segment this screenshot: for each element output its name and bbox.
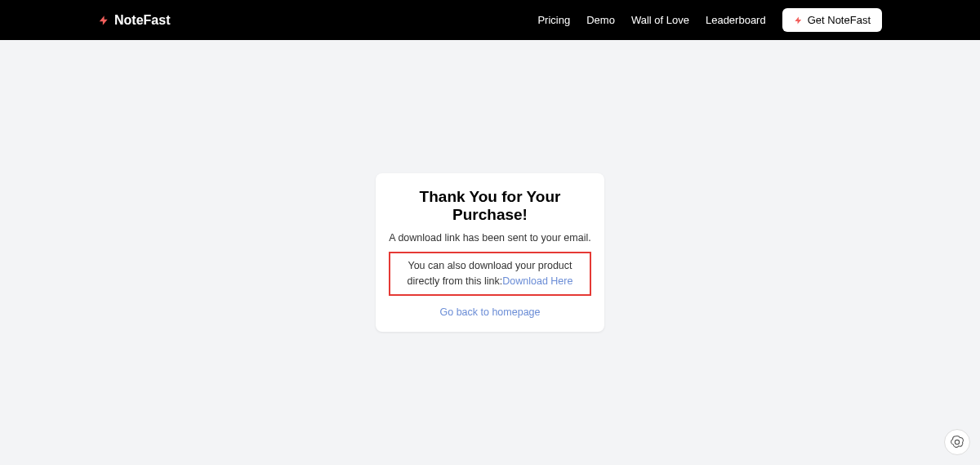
nav-link-pricing[interactable]: Pricing <box>537 14 570 26</box>
download-here-link[interactable]: Download Here <box>502 275 572 287</box>
email-sent-text: A download link has been sent to your em… <box>389 232 591 244</box>
logo[interactable]: NoteFast <box>98 13 170 28</box>
get-notefast-button[interactable]: Get NoteFast <box>782 8 882 32</box>
nav-link-leaderboard[interactable]: Leaderboard <box>706 14 766 26</box>
cta-label: Get NoteFast <box>808 14 871 26</box>
openai-icon <box>949 434 965 450</box>
lightning-icon <box>794 15 803 26</box>
chat-widget-button[interactable] <box>944 429 970 455</box>
nav-link-demo[interactable]: Demo <box>586 14 615 26</box>
brand-name: NoteFast <box>114 13 170 28</box>
go-homepage-link[interactable]: Go back to homepage <box>440 306 541 318</box>
lightning-icon <box>98 13 109 28</box>
main-area: Thank You for Your Purchase! A download … <box>0 40 980 465</box>
download-highlight-box: You can also download your product direc… <box>389 252 591 296</box>
nav-right: Pricing Demo Wall of Love Leaderboard Ge… <box>537 8 882 32</box>
nav-link-wall-of-love[interactable]: Wall of Love <box>631 14 689 26</box>
card-title: Thank You for Your Purchase! <box>389 188 591 224</box>
svg-point-0 <box>955 440 959 444</box>
header: NoteFast Pricing Demo Wall of Love Leade… <box>0 0 980 40</box>
thank-you-card: Thank You for Your Purchase! A download … <box>376 173 604 332</box>
